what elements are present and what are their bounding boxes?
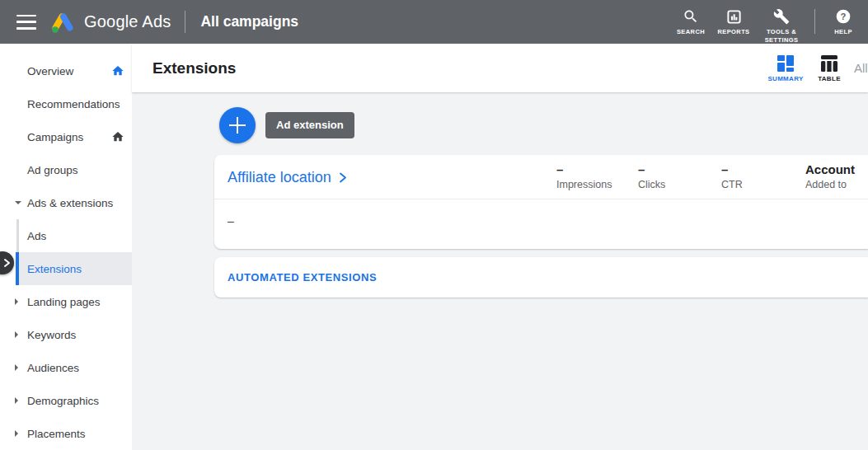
empty-value: – bbox=[228, 214, 234, 227]
sidebar-item-ad-groups[interactable]: Ad groups bbox=[0, 153, 132, 186]
topbar-page-title: All campaigns bbox=[200, 13, 298, 30]
automated-extensions-link[interactable]: AUTOMATED EXTENSIONS bbox=[228, 271, 377, 284]
help-button[interactable]: ? HELP bbox=[822, 0, 865, 36]
affiliate-card-body: – bbox=[214, 199, 868, 248]
help-icon: ? bbox=[835, 7, 852, 26]
sidebar-item-demographics[interactable]: Demographics bbox=[0, 384, 132, 417]
sidebar: Overview Recommendations Campaigns Ad gr… bbox=[0, 44, 132, 450]
automated-extensions-card[interactable]: AUTOMATED EXTENSIONS bbox=[214, 257, 868, 298]
table-icon bbox=[821, 55, 838, 72]
stat-ctr: – CTR bbox=[721, 162, 743, 190]
fab-tooltip: Ad extension bbox=[265, 112, 354, 138]
reports-button[interactable]: REPORTS bbox=[712, 0, 755, 36]
sidebar-item-extensions[interactable]: Extensions bbox=[0, 252, 132, 285]
add-extension-fab[interactable] bbox=[219, 107, 256, 143]
chevron-right-icon bbox=[1, 257, 12, 269]
date-range-truncated[interactable]: All bbox=[854, 61, 868, 75]
chevron-right-icon bbox=[337, 172, 349, 184]
affiliate-card-header: Affiliate location – Impressions – Click… bbox=[214, 155, 868, 199]
sidebar-item-keywords[interactable]: Keywords bbox=[0, 318, 132, 351]
reports-icon bbox=[726, 7, 742, 26]
sidebar-item-landing-pages[interactable]: Landing pages bbox=[0, 285, 132, 318]
view-summary-button[interactable]: SUMMARY bbox=[762, 55, 809, 82]
caret-right-icon bbox=[15, 298, 18, 305]
dashboard-icon bbox=[777, 55, 794, 72]
tools-settings-button[interactable]: TOOLS & SETTINGS bbox=[755, 0, 808, 45]
product-name: Google Ads bbox=[84, 12, 171, 31]
sidebar-item-audiences[interactable]: Audiences bbox=[0, 351, 132, 384]
page-title: Extensions bbox=[152, 59, 236, 77]
sidebar-item-placements[interactable]: Placements bbox=[0, 417, 132, 450]
stat-account-added-to: Account Added to bbox=[805, 162, 855, 190]
topbar-divider bbox=[185, 11, 185, 33]
sidebar-item-overview[interactable]: Overview bbox=[0, 54, 132, 87]
affiliate-location-link[interactable]: Affiliate location bbox=[228, 168, 349, 185]
sidebar-item-ads[interactable]: Ads bbox=[0, 219, 132, 252]
main-content: Ad extension Affiliate location – Impres… bbox=[132, 92, 868, 450]
menu-icon[interactable] bbox=[16, 15, 36, 30]
sidebar-item-recommendations[interactable]: Recommendations bbox=[0, 87, 132, 120]
search-icon bbox=[683, 7, 699, 26]
topbar-separator bbox=[814, 9, 815, 34]
home-icon bbox=[111, 130, 124, 143]
stat-clicks: – Clicks bbox=[638, 162, 665, 190]
caret-down-icon bbox=[15, 201, 21, 204]
affiliate-location-card: Affiliate location – Impressions – Click… bbox=[214, 155, 868, 249]
caret-right-icon bbox=[15, 331, 18, 338]
content-header: Extensions SUMMARY TABLE All bbox=[132, 44, 868, 92]
google-ads-logo bbox=[49, 10, 77, 35]
topbar-actions: SEARCH REPORTS TOOLS & SETTINGS ? HELP bbox=[669, 0, 868, 44]
caret-right-icon bbox=[15, 430, 18, 437]
caret-right-icon bbox=[15, 397, 18, 404]
wrench-icon bbox=[773, 7, 790, 26]
svg-text:?: ? bbox=[841, 12, 847, 21]
home-icon bbox=[111, 64, 124, 77]
caret-right-icon bbox=[15, 364, 18, 371]
topbar: Google Ads All campaigns SEARCH REPORTS … bbox=[0, 0, 868, 44]
sidebar-item-ads-extensions[interactable]: Ads & extensions bbox=[0, 186, 132, 219]
search-button[interactable]: SEARCH bbox=[669, 0, 712, 36]
view-table-button[interactable]: TABLE bbox=[811, 55, 847, 82]
sidebar-item-campaigns[interactable]: Campaigns bbox=[0, 120, 132, 153]
stat-impressions: – Impressions bbox=[556, 162, 612, 190]
